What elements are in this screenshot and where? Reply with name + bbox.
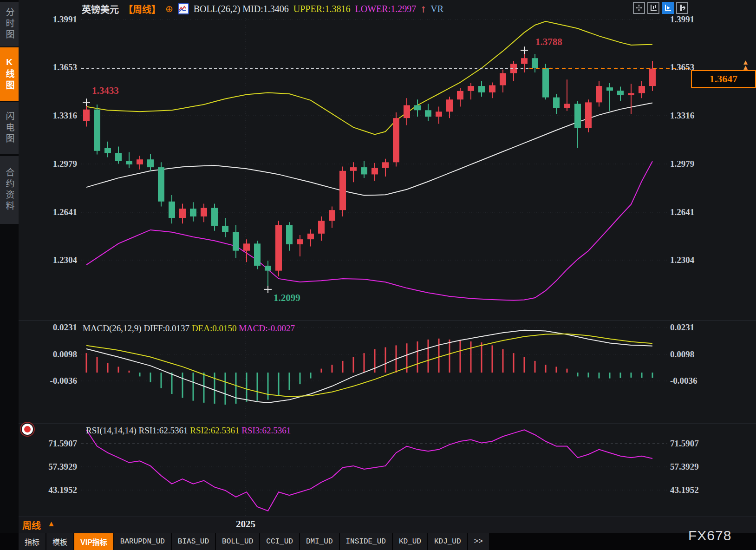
add-indicator-icon[interactable]: ⊕	[165, 3, 173, 14]
crosshair-icon[interactable]	[633, 2, 645, 14]
annotation-high: 1.3788	[535, 36, 562, 48]
price-axis-label-left: 1.2641	[17, 207, 77, 217]
macd-axis-label-right: 0.0098	[670, 349, 735, 360]
boll-upper-label: UPPER:1.3816	[293, 4, 351, 14]
price-axis-label-right: 1.2304	[670, 255, 735, 265]
period-tag[interactable]: 【周线】	[124, 2, 161, 16]
annotation-first-high: 1.3433	[92, 85, 119, 97]
scroll-to-latest-icon[interactable]: ▲▲	[742, 59, 749, 70]
indicator-dot-icon[interactable]	[22, 424, 33, 435]
rsi1-label: RSI(14,14,14) RSI1:62.5361	[86, 426, 188, 435]
chart-toolbar	[633, 2, 688, 14]
watermark: FX678	[688, 528, 731, 543]
price-axis-label-left: 1.3991	[17, 14, 77, 25]
boll-indicator-label: BOLL(26,2) MID:1.3406	[194, 4, 289, 14]
symbol-name: 英镑美元	[82, 2, 119, 16]
vr-label[interactable]: VR	[430, 4, 443, 14]
rsi-axis-label-left: 57.3929	[17, 462, 77, 472]
rsi-axis-label-right: 57.3929	[670, 462, 735, 472]
price-axis-label-right: 1.3316	[670, 111, 735, 121]
annotation-low: 1.2099	[274, 292, 300, 304]
tab-BIAS_UD[interactable]: BIAS_UD	[172, 533, 215, 550]
tab-BOLL_UD[interactable]: BOLL_UD	[216, 533, 259, 550]
tab-模板[interactable]: 模板	[46, 533, 73, 550]
tab-KD_UD[interactable]: KD_UD	[393, 533, 427, 550]
tab-VIP指标[interactable]: VIP指标	[74, 533, 113, 550]
rsi-header: RSI(14,14,14) RSI1:62.5361 RSI2:62.5361 …	[86, 426, 291, 436]
macd-value-label: MACD:-0.0027	[239, 323, 295, 333]
macd-axis-label-left: -0.0036	[17, 376, 77, 386]
price-axis-label-left: 1.2979	[17, 159, 77, 169]
up-arrow-icon: ↑	[421, 3, 426, 15]
price-axis-label-right: 1.2979	[670, 159, 735, 169]
tab-指标[interactable]: 指标	[19, 533, 46, 550]
macd-axis-label-right: 0.0231	[670, 322, 735, 333]
period-dropdown-icon[interactable]: ▲	[47, 519, 55, 529]
price-axis-label-right: 1.2641	[670, 207, 735, 217]
chart-header: 英镑美元 【周线】 ⊕ BOLL(26,2) MID:1.3406 UPPER:…	[82, 2, 443, 15]
macd-dea-label: DEA:0.0150	[192, 323, 237, 333]
rsi3-label: RSI3:62.5361	[241, 426, 291, 435]
trading-app: 分时图K线图闪电图合约资料 英镑美元 【周线】 ⊕ BOLL(26,2) MID…	[0, 0, 756, 550]
sidebar-item-1[interactable]: K线图	[0, 47, 19, 101]
current-price-box: 1.3647	[691, 70, 756, 88]
sidebar-item-2[interactable]: 闪电图	[0, 102, 19, 154]
sidebar-item-3[interactable]: 合约资料	[0, 156, 19, 224]
sidebar-item-0[interactable]: 分时图	[0, 2, 19, 46]
tab-CCI_UD[interactable]: CCI_UD	[260, 533, 299, 550]
tab->>[interactable]: >>	[468, 533, 489, 550]
indicator-tabbar: 指标模板VIP指标BARUPDN_UDBIAS_UDBOLL_UDCCI_UDD…	[0, 533, 756, 550]
macd-axis-label-right: -0.0036	[670, 376, 735, 386]
tab-DMI_UD[interactable]: DMI_UD	[300, 533, 339, 550]
boll-lower-label: LOWER:1.2997	[355, 4, 417, 14]
year-axis-label: 2025	[236, 518, 255, 530]
price-axis-label-left: 1.2304	[17, 255, 77, 265]
rsi2-label: RSI2:62.5361	[190, 426, 239, 435]
tab-KDJ_UD[interactable]: KDJ_UD	[428, 533, 467, 550]
rsi-axis-label-left: 43.1952	[17, 485, 77, 495]
rsi-axis-label-left: 71.5907	[17, 439, 77, 449]
price-axis-label-left: 1.3653	[17, 62, 77, 72]
macd-axis-label-left: 0.0231	[17, 322, 77, 333]
price-axis-label-right: 1.3991	[670, 14, 735, 25]
footer-row: 周线 ▲ 2025	[19, 517, 756, 533]
tab-INSIDE_UD[interactable]: INSIDE_UD	[340, 533, 392, 550]
price-axis-label-left: 1.3316	[17, 111, 77, 121]
axis-candles-icon[interactable]	[647, 2, 659, 14]
chart-logo-icon	[178, 3, 189, 14]
axis-shift-icon[interactable]	[676, 2, 688, 14]
rsi-axis-label-right: 43.1952	[670, 485, 735, 495]
axis-play-icon[interactable]	[662, 2, 674, 14]
macd-header: MACD(26,12,9) DIFF:0.0137 DEA:0.0150 MAC…	[83, 323, 295, 334]
period-selector[interactable]: 周线	[22, 518, 41, 532]
rsi-axis-label-right: 71.5907	[670, 439, 735, 449]
macd-main-label: MACD(26,12,9) DIFF:0.0137	[83, 323, 189, 333]
macd-axis-label-left: 0.0098	[17, 349, 77, 360]
tab-BARUPDN_UD[interactable]: BARUPDN_UD	[114, 533, 171, 550]
chart-canvas[interactable]	[0, 0, 756, 550]
sidebar: 分时图K线图闪电图合约资料	[0, 0, 19, 550]
